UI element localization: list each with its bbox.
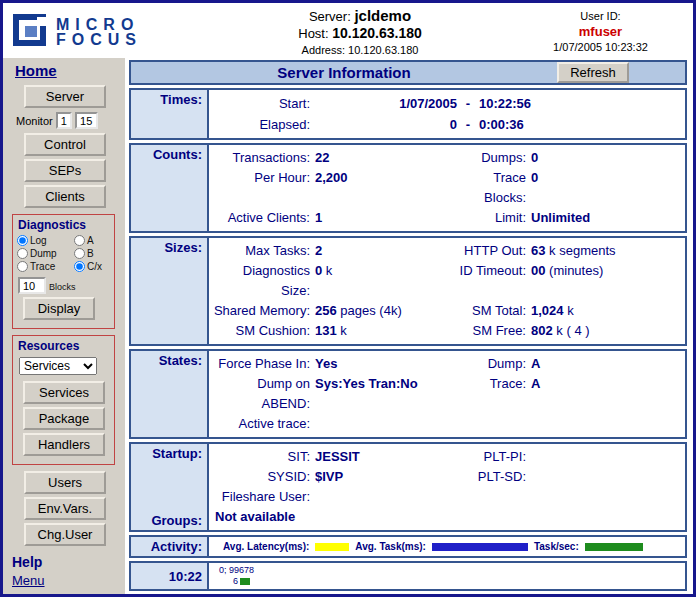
times-gutter: Times: [131,90,209,138]
chg-user-button[interactable]: Chg.User [24,523,106,546]
monitor-interval-input[interactable] [56,112,72,129]
dump-radio[interactable] [17,248,28,259]
header-user-info: User ID: mfuser 1/07/2005 10:23:32 [522,10,687,53]
server-value: jcldemo [354,7,411,24]
a-radio[interactable] [74,235,85,246]
stat-label: SYSID: [213,467,315,487]
blocks-row: Blocks [18,277,112,294]
timestamp: 1/07/2005 10:23:32 [522,41,679,53]
stat-value [531,414,681,434]
startup-gutter: Startup: Groups: [131,444,209,530]
stat-value: Unlimited [531,208,681,228]
package-button[interactable]: Package [23,407,105,430]
timeline-content: 0; 99678 6 [209,563,685,589]
user-id-value: mfuser [522,24,679,39]
stat-label: Trace: [451,374,531,414]
handlers-button[interactable]: Handlers [23,433,105,456]
trace-radio[interactable] [17,261,28,272]
clients-button[interactable]: Clients [24,185,106,208]
radio-b-item: B [74,248,112,259]
cx-radio[interactable] [74,261,85,272]
timeline-section: 10:22 0; 99678 6 [129,561,687,591]
b-radio[interactable] [74,248,85,259]
stat-value: 1/07/2005-10:22:56 [371,93,531,114]
control-button[interactable]: Control [24,133,106,156]
activity-gutter-label: Activity: [151,539,202,554]
stat-label: SM Cushion: [213,321,315,341]
stat-value: 22 [315,148,451,168]
stat-value: JESSIT [315,447,451,467]
stat-value [531,467,681,487]
monitor-count-input[interactable] [75,112,98,129]
services-button[interactable]: Services [23,381,105,404]
stat-value: 00 (minutes) [531,261,681,301]
resources-title: Resources [18,339,112,353]
refresh-button-top[interactable]: Refresh [557,62,629,83]
page: MICRO FOCUS Server: jcldemo Host: 10.120… [0,0,696,597]
times-content: Start: 1/07/2005-10:22:56 Elapsed: 0-0:0… [209,90,685,138]
stat-row: Max Tasks: 2 HTTP Out: 63 k segments [213,241,681,261]
stat-row: Active Clients: 1 Limit: Unlimited [213,208,681,228]
stat-row: Dump on ABEND: Sys:Yes Tran:No Trace: A [213,374,681,414]
a-radio-label: A [87,235,94,246]
stat-label: Shared Memory: [213,301,315,321]
cx-radio-label: C/x [87,261,102,272]
server-button[interactable]: Server [24,85,106,108]
home-link[interactable]: Home [15,62,57,79]
counts-gutter-label: Counts: [153,147,202,162]
env-vars-button[interactable]: Env.Vars. [24,497,106,520]
monitor-label: Monitor [16,115,53,127]
startup-gutter-label: Startup: [152,446,202,461]
stat-value: $IVP [315,467,451,487]
users-button[interactable]: Users [24,471,106,494]
log-radio[interactable] [17,235,28,246]
micro-focus-logo-text: MICRO FOCUS [56,17,142,47]
times-row: Elapsed: 0-0:00:36 [213,114,681,135]
resources-group: Resources Services Services Package Hand… [12,335,115,465]
task-bar [432,543,528,551]
stat-row: SYSID: $IVP PLT-SD: [213,467,681,487]
header: MICRO FOCUS Server: jcldemo Host: 10.120… [3,3,693,58]
stat-value: 1,024 k [531,301,681,321]
display-button[interactable]: Display [23,297,95,320]
stat-value: 131 k [315,321,451,341]
sizes-content: Max Tasks: 2 HTTP Out: 63 k segments Dia… [209,238,685,344]
micro-focus-logo: MICRO FOCUS [13,14,198,50]
stat-label: Diagnostics Size: [213,261,315,301]
log-radio-label: Log [30,235,47,246]
sidebar: Home Server Monitor Control SEPs Clients… [3,58,125,597]
states-gutter: States: [131,351,209,437]
counts-content: Transactions: 22 Dumps: 0 Per Hour: 2,20… [209,145,685,231]
stat-label: Limit: [451,208,531,228]
resources-select[interactable]: Services [19,357,97,375]
stat-label [451,487,531,507]
stat-value: A [531,354,681,374]
startup-content: SIT: JESSIT PLT-PI: SYSID: $IVP PLT-SD: … [209,444,685,530]
b-radio-label: B [87,248,94,259]
stat-row: Diagnostics Size: 0 k ID Timeout: 00 (mi… [213,261,681,301]
server-information-header-bar: Server Information Refresh [129,60,687,85]
radio-a-item: A [74,235,112,246]
stat-value: 2 [315,241,451,261]
activity-section: Activity: Avg. Latency(ms): Avg. Task(ms… [129,535,687,558]
tasksec-mini-bar [240,578,250,585]
logo-line2: FOCUS [56,31,142,48]
stat-row: SIT: JESSIT PLT-PI: [213,447,681,467]
latency-bar [315,543,349,551]
seps-button[interactable]: SEPs [24,159,106,182]
host-value: 10.120.63.180 [332,25,422,41]
times-row: Start: 1/07/2005-10:22:56 [213,93,681,114]
radio-log-item: Log [17,235,74,246]
menu-link[interactable]: Menu [12,573,45,588]
times-gutter-label: Times: [160,92,202,107]
timeline-line1: 0; 99678 [219,565,685,576]
tasksec-legend-label: Task/sec: [534,541,579,552]
stat-row: SM Cushion: 131 k SM Free: 802 k ( 4 ) [213,321,681,341]
stat-label: Start: [213,93,315,114]
stat-label: Trace Blocks: [451,168,531,208]
stat-value: 0 [531,148,681,168]
stat-value: A [531,374,681,414]
trace-radio-label: Trace [30,261,55,272]
blocks-input[interactable] [18,277,46,294]
stat-value: 256 pages (4k) [315,301,451,321]
